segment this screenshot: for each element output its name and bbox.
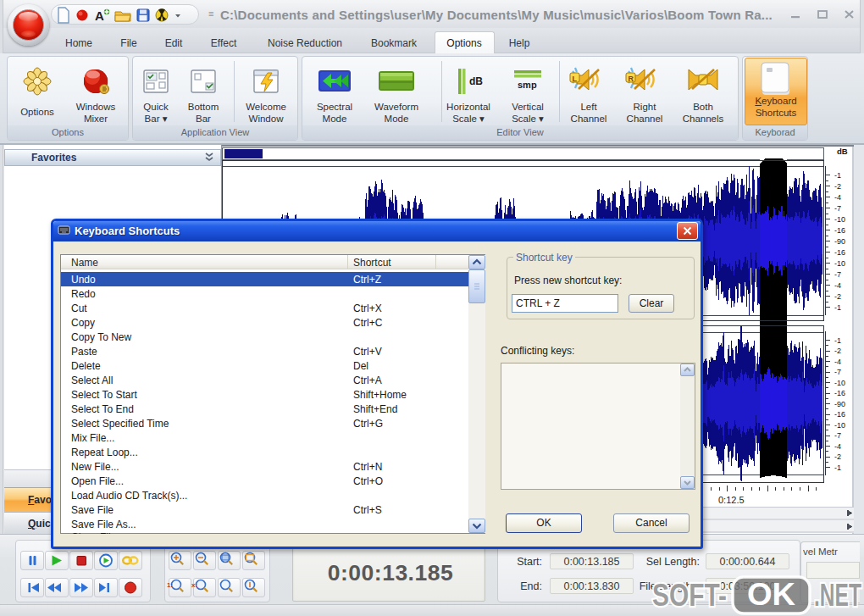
svg-text:-1: -1 xyxy=(834,463,841,472)
svg-text:smp: smp xyxy=(518,80,537,90)
svg-text:-16: -16 xyxy=(834,389,845,397)
svg-text:-7: -7 xyxy=(834,270,841,279)
svg-text:.NET: .NET xyxy=(814,578,861,613)
svg-text:-10: -10 xyxy=(834,215,845,224)
svg-text:-7: -7 xyxy=(834,431,841,440)
svg-text:0:12.5: 0:12.5 xyxy=(718,495,745,505)
svg-text:-1: -1 xyxy=(834,336,841,345)
svg-text:-4: -4 xyxy=(834,358,841,366)
svg-text:-90: -90 xyxy=(834,400,845,408)
svg-text:1:: 1: xyxy=(167,581,173,589)
svg-text:-4: -4 xyxy=(834,442,841,451)
svg-text:-16: -16 xyxy=(834,248,845,257)
svg-text:L: L xyxy=(573,75,578,83)
svg-text:-10: -10 xyxy=(834,379,845,387)
svg-text:-7: -7 xyxy=(834,368,841,376)
svg-text:dB: dB xyxy=(837,147,848,156)
svg-text:-10: -10 xyxy=(834,259,845,268)
svg-text:-1: -1 xyxy=(834,303,841,312)
svg-text:dB: dB xyxy=(469,75,483,87)
svg-text:-16: -16 xyxy=(834,226,845,235)
svg-text:-4: -4 xyxy=(834,281,841,290)
svg-text:-4: -4 xyxy=(834,193,841,202)
svg-text:-7: -7 xyxy=(834,204,841,213)
svg-text:-2: -2 xyxy=(834,347,841,355)
svg-text:x:: x: xyxy=(191,581,197,589)
svg-text:A: A xyxy=(95,8,104,23)
svg-text:-2: -2 xyxy=(834,182,841,191)
svg-text:OK: OK xyxy=(747,577,795,612)
svg-text:SOFT-: SOFT- xyxy=(652,578,727,613)
svg-text:-2: -2 xyxy=(834,292,841,301)
svg-text:-2: -2 xyxy=(834,452,841,461)
svg-text:-1: -1 xyxy=(834,171,841,180)
svg-text:R: R xyxy=(629,75,634,83)
svg-text:-10: -10 xyxy=(834,421,845,430)
svg-text:-90: -90 xyxy=(834,237,845,246)
svg-text:-16: -16 xyxy=(834,410,845,419)
